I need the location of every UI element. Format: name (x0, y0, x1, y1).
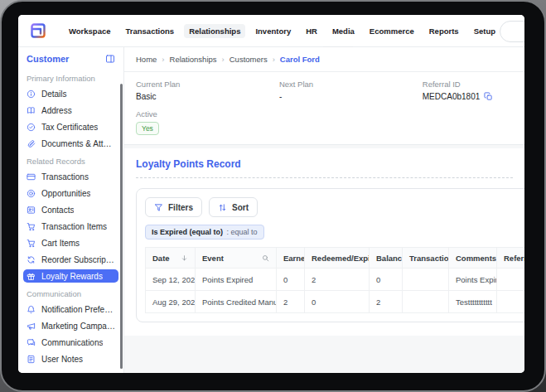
app-logo-icon[interactable] (28, 21, 48, 41)
chat-icon (27, 338, 36, 347)
info-circle-icon (27, 90, 36, 99)
table-cell: Points Expired (449, 269, 497, 291)
section-title: Loyalty Points Record (136, 158, 513, 178)
sidebar-item-documents-attachments[interactable]: Documents & Attachments (23, 137, 118, 150)
summary-card: Current PlanBasicNext Plan-Referral IDME… (124, 72, 524, 145)
refresh-icon (27, 255, 36, 264)
search-icon[interactable] (262, 254, 269, 262)
sidebar-item-opportunities[interactable]: Opportunities (23, 186, 118, 200)
table-cell: 2 (305, 269, 370, 291)
sidebar-item-label: Communications (41, 338, 103, 347)
sidebar-section-label: Related Records (27, 157, 115, 166)
cart-icon (27, 222, 36, 231)
funnel-icon (154, 203, 163, 212)
sidebar-item-transaction-items[interactable]: Transaction Items (23, 220, 118, 233)
sidebar-section-label: Primary Information (27, 74, 115, 83)
column-header-event[interactable]: Event (196, 248, 277, 269)
column-header-transaction-[interactable]: Transaction # (403, 248, 449, 269)
nav-item-ecommerce[interactable]: Ecommerce (365, 24, 419, 38)
bell-icon (27, 305, 36, 314)
field-value: Basic (136, 92, 156, 101)
column-header-comments[interactable]: Comments (449, 248, 497, 269)
credit-card-icon (27, 172, 36, 181)
table-cell: 0 (305, 291, 370, 313)
sidebar-scrollbar[interactable] (120, 84, 123, 369)
column-header-balance[interactable]: Balance (370, 248, 403, 269)
nav-item-transactions[interactable]: Transactions (121, 24, 180, 38)
app-window: WorkspaceTransactionsRelationshipsInvent… (18, 15, 524, 373)
nav-item-setup[interactable]: Setup (469, 24, 500, 38)
table-cell: Testtttttttttt (449, 291, 497, 313)
nav-item-reports[interactable]: Reports (424, 24, 464, 38)
field-label: Referral ID (423, 80, 513, 89)
address-book-icon (27, 106, 36, 115)
sidebar-item-label: Loyalty Rewards (41, 272, 103, 281)
table-cell: Sep 12, 2025 (146, 269, 196, 291)
sidebar-item-label: Cart Items (41, 239, 80, 248)
nav-item-inventory[interactable]: Inventory (250, 24, 296, 38)
breadcrumb-customers[interactable]: Customers (230, 55, 268, 64)
nav-item-media[interactable]: Media (327, 24, 360, 38)
cart-icon (27, 239, 36, 248)
sidebar-item-label: Contacts (41, 206, 74, 215)
table-cell (403, 269, 449, 291)
table-cell: Points Credited Manually (196, 291, 277, 313)
search-input[interactable] (500, 21, 524, 42)
breadcrumb-relationships[interactable]: Relationships (170, 55, 217, 64)
sidebar-item-cart-items[interactable]: Cart Items (23, 236, 118, 249)
sidebar-item-notification-preferences[interactable]: Notification Preferences (23, 302, 118, 316)
table-cell (403, 291, 449, 313)
breadcrumb-home[interactable]: Home (136, 55, 157, 64)
arrow-down-icon[interactable] (181, 254, 188, 262)
filter-chip[interactable]: Is Expired (equal to) : equal to (145, 225, 264, 240)
breadcrumb: Home›Relationships›Customers›Carol Ford (124, 47, 524, 72)
table-row[interactable]: Aug 29, 2025Points Credited Manually202T… (146, 291, 525, 313)
sidebar-item-label: Transaction Items (41, 222, 107, 231)
summary-field: Next Plan- (279, 80, 423, 101)
table-cell: Aug 29, 2025 (146, 291, 196, 313)
paperclip-icon (27, 139, 36, 148)
table-cell (497, 269, 525, 291)
sidebar-item-marketing-campaigns[interactable]: Marketing Campaigns (23, 319, 118, 332)
sidebar-item-tax-certificates[interactable]: Tax Certificates (23, 120, 118, 133)
sort-button[interactable]: Sort (209, 197, 258, 217)
table-cell: 0 (277, 269, 305, 291)
chevron-right-icon: › (162, 55, 164, 64)
nav-item-relationships[interactable]: Relationships (184, 24, 245, 38)
sidebar-section-label: Communication (27, 289, 115, 298)
column-header-redeemed-expired[interactable]: Redeemed/Expired (305, 248, 370, 269)
field-label: Current Plan (136, 80, 279, 89)
layout-panel-icon[interactable] (105, 54, 115, 64)
sidebar-item-label: Reorder Subscriptions (41, 255, 115, 264)
column-header-referred-friend[interactable]: Referred Friend (497, 248, 525, 269)
table-row[interactable]: Sep 12, 2025Points Expired020Points Expi… (146, 269, 525, 291)
sidebar-item-transactions[interactable]: Transactions (23, 170, 118, 183)
nav-item-workspace[interactable]: Workspace (64, 24, 116, 38)
sidebar-item-user-notes[interactable]: User Notes (23, 352, 118, 365)
nav-item-hr[interactable]: HR (301, 24, 322, 38)
records-panel: Filters Sort Is Expired (equal to) : equ… (136, 188, 524, 322)
table-cell (497, 291, 525, 313)
summary-field: Referral IDMEDCA0b1801 (423, 80, 513, 101)
sidebar-item-address[interactable]: Address (23, 104, 118, 117)
sidebar-item-label: User Notes (41, 355, 83, 364)
copy-icon[interactable] (484, 92, 493, 101)
gift-icon (27, 272, 36, 281)
filters-button[interactable]: Filters (145, 197, 202, 217)
sidebar-item-details[interactable]: Details (23, 87, 118, 100)
status-badge: Yes (136, 122, 159, 135)
table-cell: 2 (370, 291, 403, 313)
contact-card-icon (27, 206, 36, 215)
sidebar-item-contacts[interactable]: Contacts (23, 203, 118, 216)
check-badge-icon (27, 123, 36, 132)
column-header-date[interactable]: Date (146, 248, 196, 269)
sidebar-item-communications[interactable]: Communications (23, 336, 118, 349)
loyalty-points-card: Loyalty Points Record Filters Sort I (124, 148, 524, 336)
column-header-earned[interactable]: Earned (277, 248, 305, 269)
sidebar-item-label: Notification Preferences (41, 305, 115, 314)
loyalty-points-table: DateEventEarnedRedeemed/ExpiredBalanceTr… (145, 247, 524, 313)
breadcrumb-carol-ford: Carol Ford (280, 55, 320, 64)
sidebar-item-label: Opportunities (41, 189, 90, 198)
sidebar-item-loyalty-rewards[interactable]: Loyalty Rewards (23, 269, 118, 283)
sidebar-item-reorder-subscriptions[interactable]: Reorder Subscriptions (23, 253, 118, 266)
